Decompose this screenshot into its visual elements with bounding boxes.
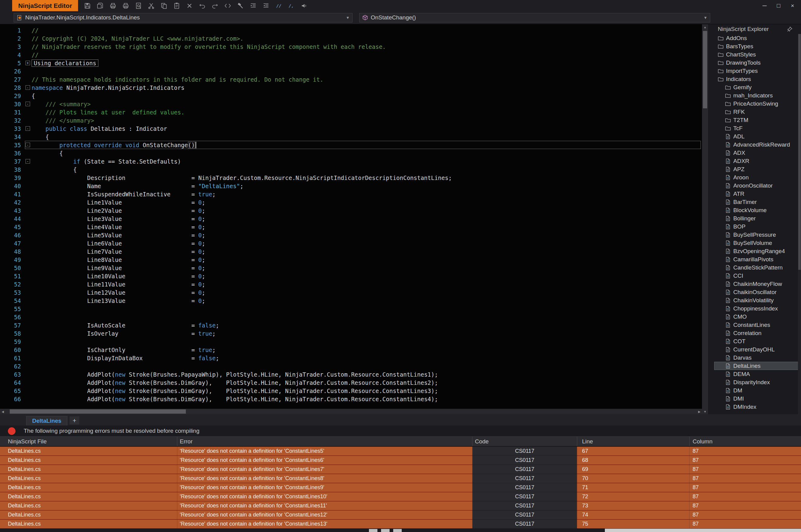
delete-icon[interactable] (185, 1, 194, 10)
explorer-item-currentdayohl[interactable]: CurrentDayOHL (714, 345, 801, 354)
explorer-item-candlestickpattern[interactable]: CandleStickPattern (714, 263, 801, 272)
code-line[interactable]: 65 AddPlot(new Stroke(Brushes.DimGray), … (0, 387, 702, 395)
code-line[interactable]: 50 Line9Value = 0; (0, 264, 702, 272)
code-line[interactable]: 43 Line2Value = 0; (0, 206, 702, 214)
explorer-item-priceactionswing[interactable]: PriceActionSwing (714, 99, 801, 108)
code-line[interactable]: 5+Using declarations (0, 59, 702, 67)
code-line[interactable]: 47 Line6Value = 0; (0, 239, 702, 247)
code-line[interactable]: 61 DisplayInDataBox = false; (0, 354, 702, 362)
explorer-item-correlation[interactable]: Correlation (714, 329, 801, 337)
explorer-item-dmi[interactable]: DMI (714, 395, 801, 403)
chevron-down-icon[interactable]: ▾ (343, 15, 352, 20)
code-line[interactable]: 53 Line12Value = 0; (0, 288, 702, 297)
scroll-left-icon[interactable]: ◀ (0, 409, 5, 414)
chevron-down-icon[interactable]: ▾ (701, 15, 710, 20)
explorer-item-importtypes[interactable]: ImportTypes (714, 67, 801, 75)
error-row[interactable]: DeltaLines.cs'Resource' does not contain… (0, 474, 801, 483)
code-line[interactable]: 52 Line11Value = 0; (0, 280, 702, 288)
explorer-item-aroon[interactable]: Aroon (714, 173, 801, 182)
explorer-item-chartstyles[interactable]: ChartStyles (714, 50, 801, 59)
error-row[interactable]: DeltaLines.cs'Resource' does not contain… (0, 483, 801, 492)
explorer-item-buysellpressure[interactable]: BuySellPressure (714, 231, 801, 239)
type-selector-dropdown[interactable]: NinjaTrader.NinjaScript.Indicators.Delta… (14, 13, 353, 22)
explorer-item-dema[interactable]: DEMA (714, 370, 801, 378)
fold-gutter[interactable]: - (24, 126, 32, 131)
code-line[interactable]: 41 IsSuspendedWhileInactive = true; (0, 190, 702, 198)
pin-icon[interactable] (787, 26, 801, 32)
horizontal-scroll-thumb[interactable] (10, 410, 186, 414)
collapsed-region[interactable]: Using declarations (32, 59, 98, 67)
error-row[interactable]: DeltaLines.cs'Resource' does not contain… (0, 447, 801, 456)
fold-gutter[interactable]: - (24, 102, 32, 106)
explorer-item-chaikinmoneyflow[interactable]: ChaikinMoneyFlow (714, 280, 801, 288)
code-line[interactable]: 55 (0, 305, 702, 313)
explorer-scroll-thumb[interactable] (798, 34, 801, 270)
column-header-error[interactable]: Error (177, 437, 472, 446)
explorer-item-indicators[interactable]: Indicators (714, 75, 801, 83)
explorer-item-adxr[interactable]: ADXR (714, 157, 801, 165)
explorer-item-buysellvolume[interactable]: BuySellVolume (714, 239, 801, 247)
column-header-code[interactable]: Code (472, 437, 577, 446)
explorer-item-addons[interactable]: AddOns (714, 34, 801, 42)
code-line[interactable]: 37- if (State == State.SetDefaults) (0, 157, 702, 165)
undo-icon[interactable] (198, 1, 206, 10)
save-all-icon[interactable] (96, 1, 105, 10)
code-line[interactable]: 30- /// <summary> (0, 100, 702, 108)
code-line[interactable]: 54 Line13Value = 0; (0, 297, 702, 305)
code-line[interactable]: 29{ (0, 92, 702, 100)
explorer-item-drawingtools[interactable]: DrawingTools (714, 59, 801, 67)
code-line[interactable]: 35- protected override void OnStateChang… (0, 141, 702, 149)
explorer-item-aroonoscillator[interactable]: AroonOscillator (714, 182, 801, 190)
code-line[interactable]: 45 Line4Value = 0; (0, 223, 702, 231)
error-row[interactable]: DeltaLines.cs'Resource' does not contain… (0, 492, 801, 501)
code-line[interactable]: 57 IsAutoScale = false; (0, 321, 702, 329)
code-line[interactable]: 58 IsOverlay = true; (0, 329, 702, 338)
member-selector-dropdown[interactable]: OnStateChange() ▾ (359, 13, 710, 22)
fold-collapse-icon[interactable]: - (25, 85, 30, 90)
explorer-item-adx[interactable]: ADX (714, 149, 801, 157)
error-row[interactable]: DeltaLines.cs'Resource' does not contain… (0, 519, 801, 529)
code-line[interactable]: 66 AddPlot(new Stroke(Brushes.DimGray), … (0, 395, 702, 403)
column-header-column[interactable]: Column (690, 437, 801, 446)
code-line[interactable]: 3// NinjaTrader reserves the right to mo… (0, 42, 702, 51)
code-line[interactable]: 32 /// </summary> (0, 116, 702, 125)
explorer-item-mah_indicators[interactable]: mah_Indicators (714, 91, 801, 99)
explorer-item-darvas[interactable]: Darvas (714, 354, 801, 362)
code-line[interactable]: 34 { (0, 133, 702, 141)
scroll-down-icon[interactable]: ▼ (702, 409, 708, 414)
explorer-item-cot[interactable]: COT (714, 337, 801, 345)
explorer-item-deltalines[interactable]: DeltaLines (714, 362, 801, 370)
new-tab-button[interactable]: + (70, 416, 79, 424)
explorer-item-chaikinoscillator[interactable]: ChaikinOscillator (714, 288, 801, 296)
explorer-scrollbar[interactable] (798, 34, 801, 414)
code-line[interactable]: 27// This namespace holds indicators in … (0, 75, 702, 83)
explorer-item-chaikinvolatility[interactable]: ChaikinVolatility (714, 296, 801, 304)
explorer-item-rfk[interactable]: RFK (714, 108, 801, 116)
explorer-item-choppinessindex[interactable]: ChoppinessIndex (714, 304, 801, 312)
redo-icon[interactable] (210, 1, 219, 10)
column-header-file[interactable]: NinjaScript File (0, 437, 177, 446)
code-line[interactable]: 38 { (0, 165, 702, 174)
uncomment-icon[interactable]: /, (287, 1, 296, 10)
code-line[interactable]: 42 Line1Value = 0; (0, 198, 702, 206)
fold-gutter[interactable]: - (24, 85, 32, 90)
explorer-item-advancedriskreward[interactable]: AdvancedRiskReward (714, 140, 801, 149)
code-line[interactable]: 44 Line3Value = 0; (0, 214, 702, 223)
minimize-button[interactable]: ─ (759, 1, 771, 10)
compile-icon[interactable] (236, 1, 245, 10)
code-line[interactable]: 39 Description = NinjaTrader.Custom.Reso… (0, 174, 702, 182)
fold-collapse-icon[interactable]: - (25, 102, 30, 106)
decrease-indent-icon[interactable] (261, 1, 270, 10)
column-header-line[interactable]: Line (577, 437, 690, 446)
explorer-item-dmindex[interactable]: DMIndex (714, 403, 801, 411)
copy-icon[interactable] (160, 1, 168, 10)
error-row[interactable]: DeltaLines.cs'Resource' does not contain… (0, 501, 801, 510)
explorer-item-bollinger[interactable]: Bollinger (714, 214, 801, 223)
code-line[interactable]: 40 Name = "DeltaLines"; (0, 182, 702, 190)
code-line[interactable]: 33- public class DeltaLines : Indicator (0, 125, 702, 133)
error-row[interactable]: DeltaLines.cs'Resource' does not contain… (0, 465, 801, 474)
fold-expand-icon[interactable]: + (25, 61, 30, 65)
explorer-item-t2tm[interactable]: T2TM (714, 116, 801, 124)
save-icon[interactable] (83, 1, 92, 10)
explorer-item-cci[interactable]: CCI (714, 272, 801, 280)
